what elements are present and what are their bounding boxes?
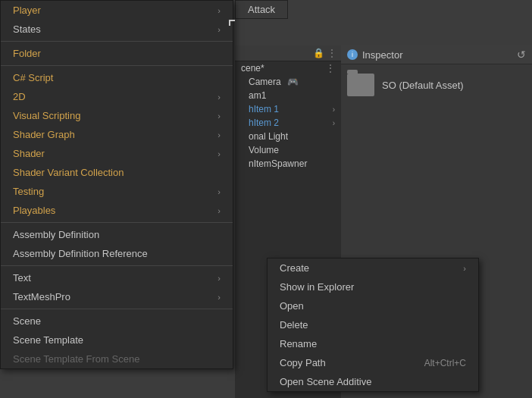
menu-item-shader-variant[interactable]: Shader Variant Collection [1,163,233,182]
textmeshpro-chevron: › [217,293,221,302]
hitem2-chevron: › [333,119,335,127]
separator-5 [1,309,233,309]
inspector-header: i Inspector ↺ [341,45,532,64]
menu-item-shader[interactable]: Shader › [1,144,233,163]
text-chevron: › [217,274,221,283]
visual-scripting-chevron: › [217,111,221,121]
menu-item-scene-template[interactable]: Scene Template [1,331,233,349]
camera-item[interactable]: Camera 🎮 [235,75,341,89]
right-menu-item-rename[interactable]: Rename [268,334,478,353]
menu-item-scene-template-from-scene: Scene Template From Scene [1,349,233,368]
2d-chevron: › [217,92,221,102]
states-chevron: › [217,25,221,34]
hitem2-item[interactable]: hItem 2 › [235,116,341,130]
separator-1 [1,41,233,42]
hitem2-label: hItem 2 [249,118,279,128]
inspector-icon: i [347,49,358,60]
right-menu-item-copy-path[interactable]: Copy Path Alt+Ctrl+C [268,353,478,372]
menu-item-visual-scripting[interactable]: Visual Scripting › [1,106,233,125]
shader-graph-chevron: › [217,130,221,139]
menu-item-playables[interactable]: Playables › [1,201,233,220]
directional-light-label: onal Light [249,131,288,142]
menu-item-scene[interactable]: Scene [1,312,233,331]
right-menu-item-create[interactable]: Create › [268,259,478,277]
menu-item-assembly-def[interactable]: Assembly Definition [1,225,233,244]
history-icon[interactable]: ↺ [517,49,526,61]
inspector-title: Inspector [362,49,402,61]
menu-item-shader-graph[interactable]: Shader Graph › [1,125,233,144]
right-menu-item-open[interactable]: Open [268,296,478,315]
itemspawner-label: nItemSpawner [249,158,307,169]
hitem1-item[interactable]: hItem 1 › [235,102,341,116]
camera-icon: 🎮 [287,77,299,87]
menu-item-csharp[interactable]: C# Script [1,68,233,87]
testing-chevron: › [217,187,221,196]
playables-chevron: › [217,206,221,215]
menu-item-assembly-def-ref[interactable]: Assembly Definition Reference [1,244,233,263]
menu-item-states[interactable]: States › [1,20,233,39]
create-chevron: › [463,264,466,273]
cam1-label: am1 [249,90,266,101]
copy-path-shortcut: Alt+Ctrl+C [424,358,466,368]
asset-name: SO (Default Asset) [382,80,464,91]
right-menu-item-delete[interactable]: Delete [268,315,478,334]
scene-more-icon[interactable]: ⋮ [326,63,335,74]
menu-item-folder[interactable]: Folder [1,44,233,63]
left-context-menu: Player › States › Folder C# Script 2D › … [0,0,233,369]
camera-label: Camera [249,77,281,87]
player-chevron: › [217,6,221,15]
volume-item[interactable]: Volume [235,143,341,157]
so-display: SO (Default Asset) [341,64,532,105]
cam1-item[interactable]: am1 [235,89,341,102]
more-icon[interactable]: ⋮ [327,48,336,58]
right-menu-item-open-scene-additive[interactable]: Open Scene Additive [268,372,478,391]
scene-toolbar: 🔒 ⋮ [235,45,341,61]
right-context-menu: Create › Show in Explorer Open Delete Re… [267,258,479,392]
menu-item-player[interactable]: Player › [1,1,233,20]
separator-3 [1,222,233,223]
menu-item-textmeshpro[interactable]: TextMeshPro › [1,287,233,306]
volume-label: Volume [249,145,279,155]
folder-icon [347,74,374,96]
hitem1-chevron: › [333,105,335,114]
itemspawner-item[interactable]: nItemSpawner [235,157,341,171]
directional-light-item[interactable]: onal Light [235,130,341,143]
hitem1-label: hItem 1 [249,104,279,114]
separator-2 [1,65,233,66]
cursor [229,20,235,26]
right-menu-item-show-in-explorer[interactable]: Show in Explorer [268,277,478,296]
separator-4 [1,265,233,266]
attack-label: Attack [235,0,288,19]
menu-item-testing[interactable]: Testing › [1,182,233,201]
lock-icon[interactable]: 🔒 [313,48,324,58]
scene-root-label: cene* [241,63,264,74]
shader-chevron: › [217,149,221,158]
scene-root-item[interactable]: cene* ⋮ [235,61,341,75]
menu-item-2d[interactable]: 2D › [1,87,233,106]
menu-item-text[interactable]: Text › [1,268,233,287]
